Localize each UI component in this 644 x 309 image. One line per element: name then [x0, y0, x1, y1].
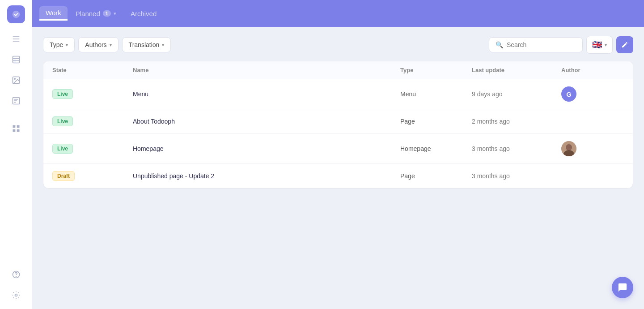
state-cell: Live: [52, 144, 133, 154]
name-cell: Homepage: [133, 145, 400, 152]
content-table: State Name Type Last update Author Live …: [43, 61, 633, 189]
type-filter[interactable]: Type ▾: [43, 37, 75, 52]
search-input[interactable]: [507, 41, 576, 48]
svg-rect-3: [13, 41, 19, 42]
settings-icon[interactable]: [8, 287, 25, 304]
svg-point-20: [15, 294, 17, 296]
nav-work-label: Work: [46, 9, 61, 17]
edit-button[interactable]: [616, 36, 633, 53]
menu-icon[interactable]: [8, 30, 25, 47]
col-type: Type: [400, 67, 472, 73]
authors-filter[interactable]: Authors ▾: [78, 37, 118, 52]
nav-archived-label: Archived: [131, 10, 157, 17]
type-cell: Menu: [400, 90, 472, 98]
grid-icon[interactable]: [8, 120, 25, 137]
planned-badge: 1: [103, 10, 111, 17]
nav-planned-label: Planned: [76, 10, 100, 17]
status-badge: Live: [52, 89, 73, 99]
state-cell: Live: [52, 116, 133, 126]
table-row[interactable]: Live Homepage Homepage 3 months ago: [43, 134, 633, 164]
table-row[interactable]: Live About Todooph Page 2 months ago: [43, 109, 633, 134]
lang-chevron-icon: ▾: [605, 43, 607, 47]
type-chevron-icon: ▾: [66, 43, 68, 47]
search-box[interactable]: 🔍: [489, 37, 583, 52]
nav-work[interactable]: Work: [39, 6, 68, 21]
content-area: Type ▾ Authors ▾ Translation ▾ 🔍 🇬🇧 ▾: [32, 27, 644, 309]
logo[interactable]: [7, 5, 25, 23]
search-icon: 🔍: [496, 41, 503, 48]
svg-rect-14: [13, 125, 15, 128]
state-cell: Live: [52, 89, 133, 99]
type-cell: Page: [400, 172, 472, 180]
flag-icon: 🇬🇧: [592, 40, 602, 50]
table-row[interactable]: Live Menu Menu 9 days ago G: [43, 79, 633, 109]
date-cell: 3 months ago: [472, 145, 561, 152]
form-icon[interactable]: [8, 92, 25, 109]
chat-bubble[interactable]: [612, 277, 633, 298]
svg-rect-15: [17, 125, 19, 128]
state-cell: Draft: [52, 171, 133, 181]
translation-filter[interactable]: Translation ▾: [122, 37, 171, 52]
avatar: [561, 141, 576, 156]
name-cell: Unpublished page - Update 2: [133, 172, 400, 180]
translation-filter-label: Translation: [129, 41, 160, 48]
svg-point-9: [14, 78, 15, 80]
status-badge: Draft: [52, 171, 75, 181]
sidebar: [0, 0, 32, 309]
col-author: Author: [561, 67, 624, 73]
status-badge: Live: [52, 116, 73, 126]
language-selector[interactable]: 🇬🇧 ▾: [586, 36, 613, 54]
status-badge: Live: [52, 144, 73, 154]
date-cell: 9 days ago: [472, 90, 561, 98]
filter-bar: Type ▾ Authors ▾ Translation ▾ 🔍 🇬🇧 ▾: [43, 36, 633, 54]
svg-rect-4: [13, 56, 19, 63]
author-cell: [561, 141, 624, 156]
author-cell: G: [561, 86, 624, 102]
help-icon[interactable]: [8, 266, 25, 283]
nav-archived[interactable]: Archived: [124, 7, 163, 20]
svg-point-22: [566, 144, 572, 150]
name-cell: About Todooph: [133, 118, 400, 125]
avatar: G: [561, 86, 576, 102]
type-filter-label: Type: [50, 41, 63, 48]
authors-filter-label: Authors: [85, 41, 106, 48]
date-cell: 3 months ago: [472, 172, 561, 180]
top-nav: Work Planned 1 ▾ Archived: [32, 0, 644, 27]
svg-rect-2: [13, 39, 19, 39]
image-icon[interactable]: [8, 72, 25, 89]
name-cell: Menu: [133, 90, 400, 98]
date-cell: 2 months ago: [472, 118, 561, 125]
table-header: State Name Type Last update Author: [43, 61, 633, 79]
translation-chevron-icon: ▾: [162, 43, 164, 47]
col-state: State: [52, 67, 133, 73]
main-area: Work Planned 1 ▾ Archived Type ▾ Authors…: [32, 0, 644, 309]
svg-point-19: [16, 276, 16, 277]
authors-chevron-icon: ▾: [110, 43, 112, 47]
svg-point-0: [12, 11, 20, 18]
table-row[interactable]: Draft Unpublished page - Update 2 Page 3…: [43, 164, 633, 188]
svg-rect-1: [13, 36, 19, 37]
planned-chevron-icon: ▾: [114, 11, 116, 17]
svg-rect-17: [17, 129, 19, 132]
type-cell: Homepage: [400, 145, 472, 152]
nav-planned[interactable]: Planned 1 ▾: [69, 7, 123, 20]
col-name: Name: [133, 67, 400, 73]
col-last-update: Last update: [472, 67, 561, 73]
type-cell: Page: [400, 118, 472, 125]
svg-rect-16: [13, 129, 15, 132]
table-icon[interactable]: [8, 51, 25, 68]
